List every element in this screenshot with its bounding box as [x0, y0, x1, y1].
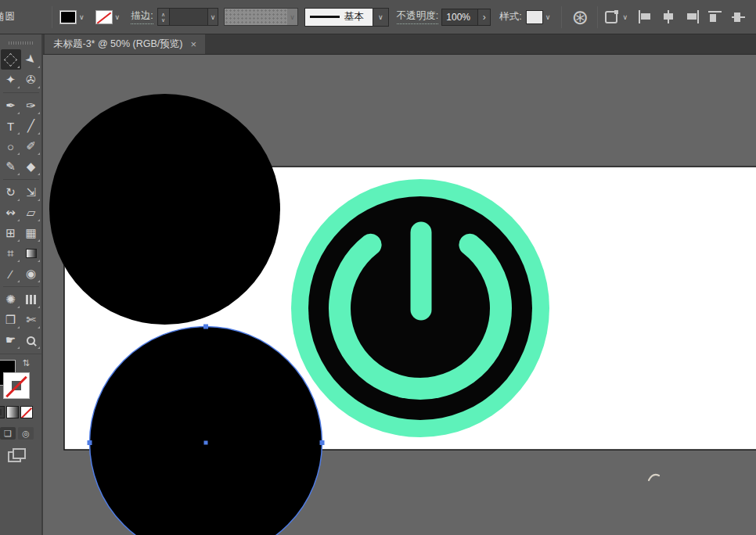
- tool-lasso[interactable]: ✇: [21, 70, 41, 90]
- fill-stroke-controls: ⇄ ❏ ◎: [0, 354, 41, 471]
- tool-type[interactable]: T: [1, 116, 21, 136]
- gradient-mode-button[interactable]: [6, 406, 19, 418]
- toolbox: ➤✦✇✒✑T╱○✐✎◆↻⇲↭▱⊞▦⌗∕◉✺❒✄☛ ⇄ ❏ ◎: [0, 34, 43, 535]
- stepper-up-icon[interactable]: ∧: [161, 12, 165, 17]
- chevron-down-icon[interactable]: ∨: [620, 13, 630, 21]
- selected-object-type-label: 椭圆: [0, 10, 16, 23]
- swap-fill-stroke-icon[interactable]: ⇄: [21, 359, 31, 366]
- variable-width-profile-dropdown-disabled: ∨: [224, 8, 298, 26]
- chevron-down-icon[interactable]: ∨: [373, 8, 389, 27]
- canvas[interactable]: [43, 55, 756, 535]
- brush-definition-dropdown[interactable]: 基本 ∨: [304, 8, 389, 27]
- none-mode-button[interactable]: [20, 406, 33, 418]
- document-tab-title: 未标题-3* @ 50% (RGB/预览): [53, 38, 183, 51]
- toolbox-separator: [1, 90, 41, 95]
- tool-artboard[interactable]: ❒: [1, 310, 21, 330]
- align-buttons: [637, 10, 747, 23]
- tool-line-segment[interactable]: ╱: [21, 116, 41, 136]
- graphic-style-swatch[interactable]: [526, 10, 543, 24]
- tool-pencil[interactable]: ✎: [1, 156, 21, 177]
- tool-eraser[interactable]: ◆: [21, 156, 41, 177]
- stroke-color-swatch-none[interactable]: [95, 10, 113, 24]
- tool-width[interactable]: ↭: [1, 203, 21, 223]
- chevron-down-icon[interactable]: ∨: [113, 13, 123, 21]
- tool-symbol-sprayer[interactable]: ✺: [1, 289, 21, 310]
- stroke-panel-link[interactable]: 描边:: [131, 9, 153, 24]
- tool-free-transform[interactable]: ▱: [21, 203, 41, 223]
- tool-paintbrush[interactable]: ✐: [21, 136, 41, 156]
- change-screen-mode-icon[interactable]: [8, 448, 23, 460]
- fill-color-swatch[interactable]: [59, 10, 77, 24]
- tool-gradient[interactable]: [21, 243, 41, 264]
- cursor-mark: [649, 475, 659, 480]
- tool-pen[interactable]: ✒: [1, 95, 21, 116]
- tool-curvature[interactable]: ✑: [21, 95, 41, 116]
- center-point[interactable]: [204, 441, 208, 445]
- brush-definition-value: 基本: [344, 10, 364, 23]
- align-vertical-top-button[interactable]: [707, 10, 724, 23]
- close-icon[interactable]: ×: [191, 38, 197, 50]
- power-icon[interactable]: [291, 179, 549, 437]
- tool-slice[interactable]: ✄: [21, 310, 41, 330]
- tool-eyedropper[interactable]: ∕: [1, 264, 21, 284]
- document-tab[interactable]: 未标题-3* @ 50% (RGB/预览) ×: [45, 34, 205, 54]
- tool-zoom[interactable]: [21, 330, 41, 350]
- control-bar: 椭圆 ∨ ∨ 描边: ∧ ∨ ∨ ∨ 基本 ∨: [0, 0, 756, 34]
- illustrator-window: 椭圆 ∨ ∨ 描边: ∧ ∨ ∨ ∨ 基本 ∨: [0, 0, 756, 535]
- tool-ellipse[interactable]: ○: [1, 136, 21, 156]
- separator: [561, 6, 562, 28]
- tool-shape-builder[interactable]: ⊞: [1, 223, 21, 243]
- align-horizontal-left-button[interactable]: [637, 10, 653, 23]
- disabled-combo-field: [225, 9, 287, 25]
- tool-mesh[interactable]: ⌗: [1, 243, 21, 264]
- anchor-point[interactable]: [203, 325, 208, 329]
- stroke-weight-stepper[interactable]: ∧ ∨: [158, 9, 170, 25]
- canvas-artwork: [43, 55, 756, 535]
- tool-column-graph[interactable]: [21, 289, 41, 310]
- tool-hand[interactable]: ☛: [1, 330, 21, 350]
- tool-perspective-grid[interactable]: ▦: [21, 223, 41, 243]
- anchor-point[interactable]: [320, 440, 325, 445]
- chevron-down-icon[interactable]: ∨: [207, 9, 218, 25]
- tool-magic-wand[interactable]: ✦: [1, 70, 21, 90]
- tool-rotate[interactable]: ↻: [1, 182, 21, 203]
- tool-selection[interactable]: [1, 49, 21, 70]
- align-horizontal-center-button[interactable]: [661, 10, 677, 23]
- chevron-down-icon[interactable]: ∨: [77, 13, 87, 21]
- opacity-panel-link[interactable]: 不透明度:: [397, 9, 438, 24]
- tool-blend[interactable]: ◉: [21, 264, 41, 284]
- separator: [52, 6, 52, 28]
- tool-scale[interactable]: ⇲: [21, 182, 41, 203]
- shape-properties-dropdown[interactable]: ∨: [605, 11, 630, 23]
- opacity-expand-button[interactable]: ›: [478, 9, 491, 26]
- toolbox-grip[interactable]: [9, 41, 34, 45]
- toolbox-separator: [1, 177, 41, 182]
- separator: [597, 6, 598, 28]
- toolbox-separator: [1, 284, 41, 289]
- stepper-down-icon[interactable]: ∨: [161, 17, 165, 23]
- opacity-value-field[interactable]: 100%: [441, 9, 478, 26]
- chevron-down-icon: ∨: [287, 9, 297, 25]
- tool-direct-selection[interactable]: ➤: [21, 49, 41, 70]
- stroke-weight-combo[interactable]: ∧ ∨ ∨: [157, 8, 219, 26]
- anchor-point[interactable]: [88, 440, 92, 445]
- stroke-weight-field[interactable]: [170, 9, 207, 25]
- draw-normal-mode-button[interactable]: ❏: [0, 427, 16, 440]
- align-vertical-center-button[interactable]: [731, 10, 747, 23]
- fill-color-dropdown[interactable]: ∨: [58, 7, 88, 27]
- black-circle-top[interactable]: [49, 94, 280, 325]
- align-horizontal-right-button[interactable]: [684, 10, 700, 23]
- stroke-color-dropdown[interactable]: ∨: [94, 7, 124, 27]
- draw-behind-mode-button[interactable]: ◎: [18, 427, 34, 440]
- shape-icon: [605, 11, 617, 23]
- recolor-artwork-icon[interactable]: ⊛: [569, 6, 591, 28]
- color-mode-button[interactable]: [0, 406, 5, 418]
- stroke-preview-line: [310, 16, 340, 18]
- stroke-indicator-swatch-none[interactable]: [3, 372, 30, 399]
- graphic-style-dropdown[interactable]: ∨: [524, 7, 555, 27]
- tab-bar: 未标题-3* @ 50% (RGB/预览) ×: [43, 34, 756, 55]
- chevron-down-icon[interactable]: ∨: [543, 13, 553, 21]
- style-label: 样式:: [499, 10, 521, 23]
